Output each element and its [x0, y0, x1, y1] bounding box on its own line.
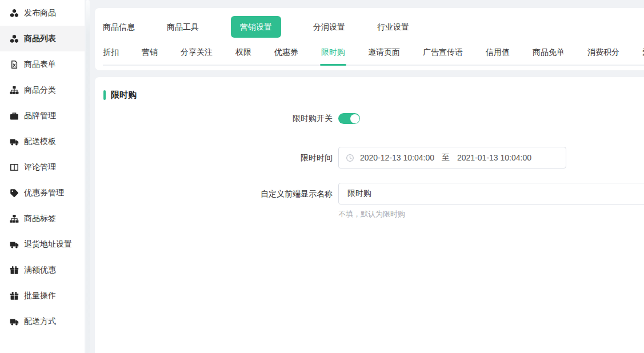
display-name-field-group: 不填，默认为限时购: [338, 183, 644, 219]
tab-ad-slogan[interactable]: 广告宣传语: [423, 45, 463, 59]
tab-credit-value[interactable]: 信用值: [486, 45, 510, 59]
sidebar-item-label: 评论管理: [24, 162, 56, 173]
cubes-icon: [10, 34, 19, 43]
primary-tab-bar: 商品信息 商品工具 营销设置 分润设置 行业设置: [103, 16, 644, 38]
time-label: 限时时间: [103, 147, 333, 169]
columns-icon: [10, 163, 19, 172]
sidebar-item-comment-management[interactable]: 评论管理: [0, 154, 85, 180]
sidebar-item-label: 商品表单: [24, 59, 56, 70]
toggle-knob: [350, 114, 359, 123]
page-title: 限时购: [111, 90, 137, 101]
sidebar-item-label: 退货地址设置: [24, 239, 72, 250]
cubes-icon: [10, 9, 19, 18]
display-name-helper: 不填，默认为限时购: [338, 209, 644, 219]
sidebar-item-full-discount[interactable]: 满额优惠: [0, 257, 85, 283]
tab-coupon[interactable]: 优惠券: [274, 45, 298, 59]
sidebar-item-delivery-method[interactable]: 配送方式: [0, 308, 85, 334]
sidebar-item-label: 品牌管理: [24, 111, 56, 121]
tab-profit-settings[interactable]: 分润设置: [313, 16, 345, 38]
flash-sale-switch-row: 限时购开关: [103, 113, 644, 124]
sitemap-icon: [10, 86, 19, 95]
sidebar-item-label: 优惠券管理: [24, 188, 64, 198]
tab-permission[interactable]: 权限: [235, 45, 251, 59]
sidebar-item-return-address[interactable]: 退货地址设置: [0, 231, 85, 257]
sidebar-item-product-tags[interactable]: 商品标签: [0, 206, 85, 231]
sidebar-item-label: 商品分类: [24, 85, 56, 95]
sidebar-item-label: 商品列表: [24, 34, 56, 44]
sidebar-scrollbar[interactable]: [86, 0, 90, 353]
tab-industry-settings[interactable]: 行业设置: [377, 16, 409, 38]
sidebar: 发布商品 商品列表 商品表单 商品分类 品牌管理 配送模板 评论管理 优惠券管理…: [0, 0, 85, 353]
briefcase-icon: [10, 111, 19, 121]
tab-marketing[interactable]: 营销: [142, 45, 158, 59]
sitemap-icon: [10, 214, 19, 223]
tab-discount[interactable]: 折扣: [103, 45, 119, 59]
gift-icon: [10, 291, 19, 300]
sidebar-item-label: 满额优惠: [24, 265, 56, 275]
truck-icon: [10, 240, 19, 249]
section-title: 限时购: [103, 90, 644, 101]
time-end-value: 2021-01-13 10:04:00: [457, 153, 531, 162]
truck-icon: [10, 137, 19, 146]
tab-product-free[interactable]: 商品免单: [533, 45, 565, 59]
time-start-value: 2020-12-13 10:04:00: [360, 153, 434, 162]
gift-icon: [10, 266, 19, 275]
file-excel-icon: [10, 60, 19, 69]
time-range-row: 限时时间 2020-12-13 10:04:00 至 2021-01-13 10…: [103, 147, 644, 169]
sidebar-item-label: 商品标签: [24, 214, 56, 224]
tab-flash-sale[interactable]: 限时购: [321, 45, 345, 59]
tag-icon: [10, 188, 19, 198]
display-name-input[interactable]: [338, 183, 644, 204]
sidebar-item-label: 配送模板: [24, 137, 56, 147]
tab-marketing-settings[interactable]: 营销设置: [231, 16, 281, 38]
tab-consume-points[interactable]: 消费积分: [587, 45, 619, 59]
display-name-row: 自定义前端显示名称 不填，默认为限时购: [103, 183, 644, 219]
sidebar-item-batch-operation[interactable]: 批量操作: [0, 283, 85, 308]
sidebar-item-publish-product[interactable]: 发布商品: [0, 0, 85, 26]
flash-sale-toggle[interactable]: [338, 113, 360, 124]
content-panel: 限时购 限时购开关 限时时间 2020-12-13 10:04:00 至 202…: [95, 77, 644, 353]
tab-share-follow[interactable]: 分享关注: [181, 45, 213, 59]
tabs-panel: 商品信息 商品工具 营销设置 分润设置 行业设置 折扣 营销 分享关注 权限 优…: [95, 8, 644, 70]
display-name-label: 自定义前端显示名称: [103, 183, 333, 204]
sidebar-item-coupon-management[interactable]: 优惠券管理: [0, 180, 85, 206]
sidebar-item-label: 配送方式: [24, 316, 56, 327]
time-separator: 至: [442, 153, 450, 163]
sidebar-item-label: 发布商品: [24, 8, 56, 18]
tab-invite-page[interactable]: 邀请页面: [368, 45, 400, 59]
sidebar-item-product-form[interactable]: 商品表单: [0, 51, 85, 77]
tab-product-tools[interactable]: 商品工具: [167, 16, 199, 38]
sidebar-item-delivery-template[interactable]: 配送模板: [0, 129, 85, 154]
secondary-tab-bar: 折扣 营销 分享关注 权限 优惠券 限时购 邀请页面 广告宣传语 信用值 商品免…: [103, 45, 644, 66]
sidebar-item-brand-management[interactable]: 品牌管理: [0, 103, 85, 129]
tab-product-info[interactable]: 商品信息: [103, 16, 135, 38]
sidebar-item-product-category[interactable]: 商品分类: [0, 77, 85, 103]
sidebar-item-product-list[interactable]: 商品列表: [0, 26, 85, 51]
sidebar-item-label: 批量操作: [24, 291, 56, 301]
clock-icon: [346, 154, 354, 162]
title-accent-bar: [103, 90, 106, 100]
switch-label: 限时购开关: [103, 114, 333, 124]
truck-icon: [10, 317, 19, 326]
time-range-input[interactable]: 2020-12-13 10:04:00 至 2021-01-13 10:04:0…: [338, 147, 566, 169]
